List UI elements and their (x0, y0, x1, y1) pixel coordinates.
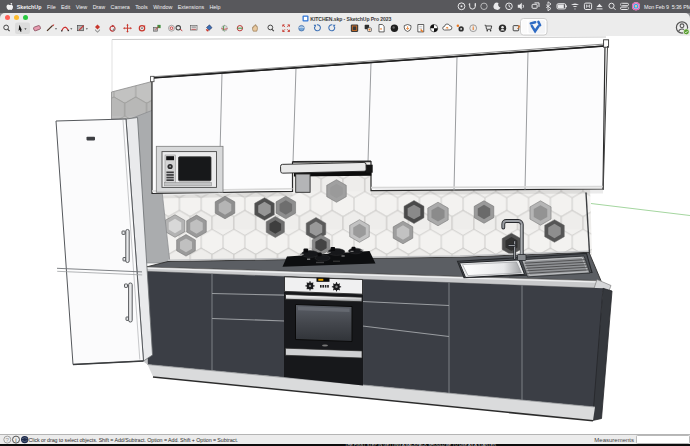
svg-text:i: i (15, 436, 16, 443)
svg-text:?: ? (6, 436, 10, 443)
